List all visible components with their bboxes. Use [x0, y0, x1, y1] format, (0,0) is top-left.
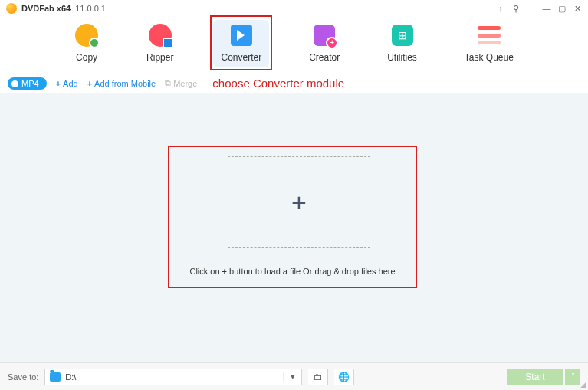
plus-icon: +	[56, 79, 61, 88]
workspace: + Click on + button to load a file Or dr…	[0, 93, 588, 365]
module-converter[interactable]: Converter	[213, 20, 269, 67]
module-label: Ripper	[146, 52, 173, 63]
module-task-queue[interactable]: Task Queue	[457, 20, 521, 67]
utilities-icon: ⊞	[392, 25, 413, 46]
folder-icon	[50, 372, 61, 382]
resize-grip-icon[interactable]: ◢	[580, 380, 586, 388]
title-bar: DVDFab x64 11.0.0.1 ↕ ⚲ ⋯ — ▢ ✕	[0, 0, 588, 15]
browse-folder-button[interactable]: 🗀	[308, 369, 328, 385]
save-path-field[interactable]: D:\ ▾	[44, 369, 302, 385]
drop-hint-text: Click on + button to load a file Or drag…	[168, 267, 417, 276]
save-to-label: Save to:	[8, 372, 38, 382]
add-from-mobile-button[interactable]: +Add from Mobile	[87, 79, 156, 88]
add-button[interactable]: +Add	[56, 79, 78, 88]
close-icon[interactable]: ✕	[573, 4, 582, 13]
module-tabs: Copy Ripper Converter Creator ⊞ Utilitie…	[0, 15, 588, 74]
app-logo-icon	[6, 3, 17, 14]
merge-icon: ⧉	[165, 78, 171, 88]
settings-icon[interactable]: ⋯	[527, 4, 536, 13]
module-label: Task Queue	[465, 52, 514, 63]
module-copy[interactable]: Copy	[67, 20, 107, 67]
module-label: Creator	[309, 52, 340, 63]
active-indicator	[225, 15, 258, 17]
footer-bar: Save to: D:\ ▾ 🗀 🌐 Start ˅ ◢	[0, 362, 588, 390]
add-label: Add	[63, 79, 78, 88]
plus-icon: +	[87, 79, 92, 88]
start-button[interactable]: Start	[507, 369, 563, 385]
start-label: Start	[525, 372, 544, 382]
module-ripper[interactable]: Ripper	[139, 20, 181, 67]
converter-icon	[231, 25, 252, 46]
minimize-icon[interactable]: —	[542, 4, 551, 13]
maximize-icon[interactable]: ▢	[557, 4, 567, 13]
format-pill-label: MP4	[21, 79, 39, 88]
merge-button: ⧉Merge	[165, 78, 197, 88]
copy-icon	[75, 24, 98, 47]
app-version: 11.0.0.1	[75, 4, 106, 13]
module-label: Converter	[221, 52, 261, 63]
action-toolbar: MP4 +Add +Add from Mobile ⧉Merge choose …	[0, 74, 588, 93]
save-path-text: D:\	[65, 372, 76, 382]
add-mobile-label: Add from Mobile	[94, 79, 156, 88]
module-creator[interactable]: Creator	[301, 20, 347, 67]
merge-label: Merge	[173, 79, 197, 88]
pin-icon[interactable]: ⚲	[511, 4, 521, 13]
annotation-text: choose Converter module	[212, 77, 344, 90]
ripper-icon	[149, 24, 172, 47]
queue-icon	[478, 26, 501, 44]
add-file-plus-icon: +	[291, 188, 307, 218]
module-label: Utilities	[387, 52, 417, 63]
path-dropdown-icon[interactable]: ▾	[283, 372, 301, 382]
arrow-icon[interactable]: ↕	[496, 4, 505, 13]
start-dropdown[interactable]: ˅	[565, 369, 580, 385]
module-utilities[interactable]: ⊞ Utilities	[379, 20, 425, 67]
creator-icon	[314, 25, 335, 46]
web-button[interactable]: 🌐	[334, 369, 354, 385]
format-pill[interactable]: MP4	[8, 77, 47, 90]
drop-zone[interactable]: +	[228, 156, 370, 248]
app-title: DVDFab x64	[21, 4, 71, 13]
window-controls: ↕ ⚲ ⋯ — ▢ ✕	[496, 4, 582, 13]
module-label: Copy	[76, 52, 97, 63]
